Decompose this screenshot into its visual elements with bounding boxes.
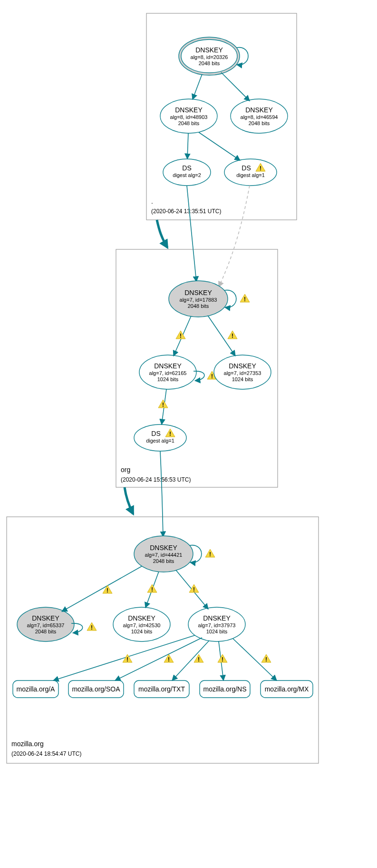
svg-text:mozilla.org/MX: mozilla.org/MX (265, 685, 309, 693)
svg-text:DNSKEY: DNSKEY (128, 614, 155, 622)
svg-text:2048 bits: 2048 bits (199, 60, 220, 66)
svg-text:alg=7, id=42530: alg=7, id=42530 (123, 622, 161, 628)
delegation-org-moz (125, 487, 133, 514)
node-root-ds2: DS digest alg=2 (163, 159, 211, 186)
svg-text:!: ! (106, 587, 108, 594)
node-org-zsk1: DNSKEY alg=7, id=62165 1024 bits (139, 355, 196, 389)
svg-text:2048 bits: 2048 bits (178, 120, 200, 126)
warning-icon: ! (240, 294, 250, 303)
svg-text:alg=8, id=48903: alg=8, id=48903 (170, 114, 208, 120)
svg-text:alg=8, id=46594: alg=8, id=46594 (241, 114, 278, 120)
edge-rootds1-orgksk (219, 186, 250, 287)
node-org-zsk2: DNSKEY alg=7, id=27353 1024 bits (214, 355, 271, 389)
warning-icon: ! (205, 549, 215, 558)
edge-rootzsk1-ds1 (199, 132, 240, 160)
svg-text:1024 bits: 1024 bits (206, 629, 228, 634)
svg-text:2048 bits: 2048 bits (35, 629, 57, 634)
edge-rootksk-zsk2 (221, 72, 250, 101)
svg-text:!: ! (265, 656, 267, 663)
edge-rootds2-orgksk (187, 186, 196, 282)
node-root-zsk1: DNSKEY alg=8, id=48903 2048 bits (160, 99, 217, 133)
svg-text:mozilla.org/TXT: mozilla.org/TXT (138, 685, 185, 693)
svg-text:1024 bits: 1024 bits (157, 376, 179, 382)
warning-icon: ! (228, 331, 237, 339)
svg-text:DNSKEY: DNSKEY (32, 614, 59, 622)
node-rr-mx: mozilla.org/MX (261, 681, 313, 698)
svg-text:alg=7, id=17883: alg=7, id=17883 (180, 297, 217, 303)
warning-icon: ! (147, 584, 157, 593)
edge-mozzsk3-txt (172, 641, 209, 681)
svg-text:!: ! (211, 373, 213, 380)
svg-text:alg=7, id=27353: alg=7, id=27353 (224, 370, 261, 376)
svg-text:alg=8, id=20326: alg=8, id=20326 (191, 54, 228, 60)
zone-moz-name: mozilla.org (11, 740, 44, 748)
svg-text:1024 bits: 1024 bits (131, 629, 153, 634)
svg-text:DS: DS (151, 430, 160, 437)
edge-orgds1-mozksk (160, 451, 163, 537)
svg-text:alg=7, id=44421: alg=7, id=44421 (145, 552, 183, 558)
svg-text:alg=7, id=62165: alg=7, id=62165 (149, 370, 187, 376)
zone-org-timestamp: (2020-06-24 15:56:53 UTC) (121, 476, 191, 483)
svg-text:!: ! (91, 624, 93, 631)
svg-text:!: ! (244, 296, 246, 303)
warning-icon: ! (103, 585, 112, 594)
warning-icon: ! (218, 654, 227, 663)
node-rr-a: mozilla.org/A (13, 681, 58, 698)
svg-text:mozilla.org/NS: mozilla.org/NS (203, 685, 246, 693)
svg-text:DNSKEY: DNSKEY (150, 544, 177, 552)
svg-text:alg=7, id=37973: alg=7, id=37973 (198, 622, 236, 628)
zone-root-name: . (151, 197, 153, 205)
svg-text:2048 bits: 2048 bits (249, 120, 270, 126)
svg-text:DS: DS (242, 164, 251, 172)
svg-text:!: ! (151, 586, 153, 593)
warning-icon: ! (158, 400, 168, 408)
svg-text:1024 bits: 1024 bits (232, 376, 253, 382)
svg-text:!: ! (198, 656, 200, 663)
svg-text:!: ! (222, 656, 223, 663)
svg-text:2048 bits: 2048 bits (188, 303, 209, 309)
svg-text:mozilla.org/SOA: mozilla.org/SOA (72, 685, 120, 693)
svg-text:DNSKEY: DNSKEY (195, 46, 223, 54)
svg-text:!: ! (209, 551, 211, 558)
svg-text:digest alg=1: digest alg=1 (236, 172, 265, 178)
warning-icon: ! (87, 622, 97, 631)
svg-text:!: ! (180, 333, 182, 339)
node-rr-ns: mozilla.org/NS (200, 681, 250, 698)
svg-text:mozilla.org/A: mozilla.org/A (17, 685, 56, 693)
edge-mozksk-zsk1 (62, 566, 142, 612)
svg-text:digest alg=1: digest alg=1 (146, 438, 174, 444)
node-rr-txt: mozilla.org/TXT (134, 681, 189, 698)
svg-text:DNSKEY: DNSKEY (175, 106, 203, 114)
node-moz-ksk: DNSKEY alg=7, id=44421 2048 bits (134, 536, 193, 572)
node-org-ds1: DS digest alg=1 ! (134, 424, 186, 451)
svg-text:!: ! (162, 402, 164, 408)
zone-root-timestamp: (2020-06-24 13:35:51 UTC) (151, 208, 221, 215)
edge-mozzsk3-a (53, 635, 195, 681)
svg-text:DNSKEY: DNSKEY (229, 362, 256, 370)
node-moz-zsk3: DNSKEY alg=7, id=37973 1024 bits (188, 607, 245, 641)
svg-text:!: ! (126, 656, 128, 663)
svg-text:DNSKEY: DNSKEY (184, 289, 212, 296)
warning-icon: ! (189, 584, 199, 593)
warning-icon: ! (261, 654, 271, 663)
svg-text:!: ! (169, 431, 171, 437)
node-moz-zsk1: DNSKEY alg=7, id=65337 2048 bits (17, 607, 74, 641)
node-moz-zsk2: DNSKEY alg=7, id=42530 1024 bits (113, 607, 170, 641)
dnssec-chain-diagram: . (2020-06-24 13:35:51 UTC) DNSKEY alg=8… (0, 0, 377, 868)
svg-text:DNSKEY: DNSKEY (245, 106, 273, 114)
zone-moz-timestamp: (2020-06-24 18:54:47 UTC) (11, 750, 81, 757)
edge-mozzsk3-mx (233, 639, 277, 681)
svg-text:digest alg=2: digest alg=2 (173, 172, 201, 178)
svg-text:!: ! (260, 165, 261, 172)
edge-rootzsk1-ds2 (187, 133, 188, 159)
svg-text:2048 bits: 2048 bits (153, 558, 174, 564)
delegation-root-org (157, 220, 167, 247)
node-root-ds1: DS digest alg=1 ! (224, 159, 277, 186)
svg-text:DNSKEY: DNSKEY (203, 614, 231, 622)
svg-text:!: ! (232, 333, 233, 339)
svg-text:DNSKEY: DNSKEY (154, 362, 182, 370)
svg-text:alg=7, id=65337: alg=7, id=65337 (27, 622, 65, 628)
zone-org-name: org (121, 466, 130, 473)
svg-text:!: ! (168, 656, 170, 663)
edge-rootksk-zsk1 (193, 74, 202, 99)
